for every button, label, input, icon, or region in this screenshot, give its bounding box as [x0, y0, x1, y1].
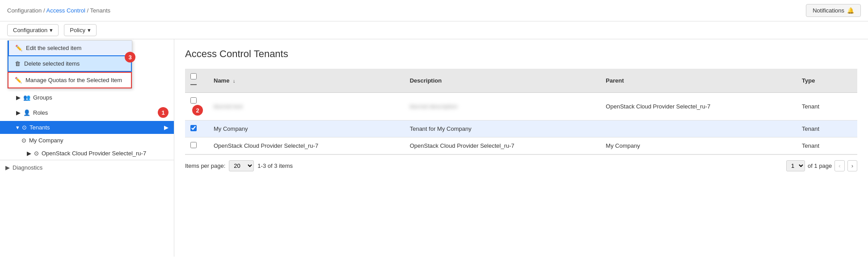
quota-label: Manage Quotas for the Selected Item [25, 77, 122, 83]
items-per-page-label: Items per page: [185, 162, 225, 169]
policy-button[interactable]: Policy ▾ [64, 24, 97, 36]
config-dropdown-menu: ✏️ Edit the selected item 🗑 Delete selec… [7, 40, 132, 89]
pagination: Items per page: 20 50 100 1-3 of 3 items… [185, 154, 857, 177]
th-parent: Parent [600, 69, 796, 93]
step-badge-3: 3 [125, 52, 135, 62]
th-type: Type [796, 69, 857, 93]
row1-type: Tenant [796, 93, 857, 121]
chevron-right-icon-tenants: ▶ [164, 124, 169, 131]
openstack-label: OpenStack Cloud Provider Selectel_ru-7 [42, 150, 169, 157]
items-per-page-select[interactable]: 20 50 100 [229, 160, 254, 171]
pagination-right: 1 of 1 page ‹ › [786, 160, 857, 171]
groups-icon: 👥 [23, 94, 30, 101]
chevron-down-icon-policy: ▾ [88, 27, 91, 33]
edit-item[interactable]: ✏️ Edit the selected item [8, 41, 132, 55]
table-row: My Company Tenant for My Company Tenant [185, 121, 857, 137]
table-row: 2 blurred text blurred description OpenS… [185, 93, 857, 121]
bell-icon: 🔔 [847, 7, 854, 14]
tenants-table: — Name ↓ Description Parent Type 2 [185, 69, 857, 154]
chevron-down-icon-tenants: ▾ [16, 124, 19, 131]
select-all-checkbox[interactable] [190, 73, 197, 79]
sidebar-item-diagnostics[interactable]: ▶ Diagnostics [0, 160, 174, 175]
row2-type: Tenant [796, 121, 857, 137]
config-button[interactable]: Configuration ▾ [7, 24, 59, 36]
sort-icon: ↓ [233, 78, 236, 83]
config-dropdown[interactable]: Configuration ▾ ✏️ Edit the selected ite… [7, 24, 59, 36]
th-name[interactable]: Name ↓ [208, 69, 405, 93]
row3-checkbox-cell[interactable] [185, 137, 208, 154]
roles-icon: 👤 [23, 109, 30, 116]
prev-page-button[interactable]: ‹ [834, 160, 844, 171]
row3-checkbox[interactable] [190, 142, 197, 148]
breadcrumb: Configuration / Access Control / Tenants [7, 7, 110, 14]
chevron-right-icon-diagnostics: ▶ [5, 164, 10, 171]
config-label: Configuration [13, 27, 47, 33]
sidebar-item-groups[interactable]: ▶ 👥 Groups [0, 91, 174, 104]
delete-item[interactable]: 🗑 Delete selected items 3 [8, 55, 132, 72]
content-area: Access Control Tenants — Name ↓ Descript… [174, 39, 868, 257]
sidebar-item-openstack[interactable]: ▶ ⊙ OpenStack Cloud Provider Selectel_ru… [0, 147, 174, 160]
edit-icon: ✏️ [15, 45, 22, 51]
row1-parent: OpenStack Cloud Provider Selectel_ru-7 [600, 93, 796, 121]
groups-label: Groups [33, 94, 169, 101]
step-badge-2: 2 [192, 105, 203, 116]
row3-name: OpenStack Cloud Provider Selectel_ru-7 [208, 137, 405, 154]
chevron-right-icon-groups: ▶ [16, 94, 21, 101]
pagination-left: Items per page: 20 50 100 1-3 of 3 items [185, 160, 293, 171]
tenants-label: Tenants [29, 124, 50, 131]
row3-type: Tenant [796, 137, 857, 154]
openstack-icon: ⊙ [34, 150, 39, 157]
row3-desc: OpenStack Cloud Provider Selectel_ru-7 [405, 137, 601, 154]
row2-desc: Tenant for My Company [405, 121, 601, 137]
table-row: OpenStack Cloud Provider Selectel_ru-7 O… [185, 137, 857, 154]
diagnostics-label: Diagnostics [13, 164, 42, 171]
notifications-label: Notifications [813, 7, 844, 14]
minus-icon: — [190, 81, 197, 88]
row2-checkbox-cell[interactable] [185, 121, 208, 137]
chevron-right-icon-roles: ▶ [16, 109, 21, 116]
delete-icon: 🗑 [15, 60, 21, 67]
sidebar-item-tenants[interactable]: ▾ ⊙ Tenants ▶ [0, 121, 174, 134]
sidebar-item-mycompany[interactable]: ⊙ My Company [0, 134, 174, 147]
policy-label: Policy [70, 27, 85, 33]
of-page-label: of 1 page [808, 162, 832, 169]
edit-label: Edit the selected item [26, 45, 81, 51]
row1-name: blurred text [208, 93, 405, 121]
mycompany-icon: ⊙ [21, 137, 26, 144]
breadcrumb-access[interactable]: Access Control [46, 7, 85, 14]
step-badge-1: 1 [158, 107, 169, 118]
roles-label: Roles [33, 109, 155, 116]
th-description: Description [405, 69, 601, 93]
th-checkbox: — [185, 69, 208, 93]
row3-parent: My Company [600, 137, 796, 154]
breadcrumb-config: Configuration [7, 7, 42, 14]
delete-label: Delete selected items [24, 60, 80, 67]
chevron-down-icon: ▾ [50, 27, 53, 33]
topbar: Configuration / Access Control / Tenants… [0, 0, 868, 21]
row2-checkbox[interactable] [190, 125, 197, 131]
quota-item[interactable]: ✏️ Manage Quotas for the Selected Item [8, 72, 132, 88]
name-header: Name [214, 77, 229, 84]
row2-parent [600, 121, 796, 137]
row2-name: My Company [208, 121, 405, 137]
page-number-select[interactable]: 1 [786, 160, 805, 171]
row1-checkbox[interactable] [190, 97, 197, 104]
chevron-right-icon-openstack: ▶ [27, 150, 31, 157]
toolbar: Configuration ▾ ✏️ Edit the selected ite… [0, 21, 868, 39]
page-title: Access Control Tenants [185, 48, 857, 60]
items-count: 1-3 of 3 items [257, 162, 293, 169]
table-header-row: — Name ↓ Description Parent Type [185, 69, 857, 93]
row1-desc: blurred description [405, 93, 601, 121]
row1-checkbox-cell[interactable]: 2 [185, 93, 208, 121]
notifications-button[interactable]: Notifications 🔔 [806, 4, 861, 17]
sidebar-item-roles[interactable]: ▶ 👤 Roles 1 [0, 104, 174, 121]
next-page-button[interactable]: › [847, 160, 857, 171]
mycompany-label: My Company [29, 137, 169, 144]
tenants-icon: ⊙ [22, 124, 27, 131]
quota-icon: ✏️ [15, 77, 22, 83]
breadcrumb-tenants: Tenants [90, 7, 111, 14]
